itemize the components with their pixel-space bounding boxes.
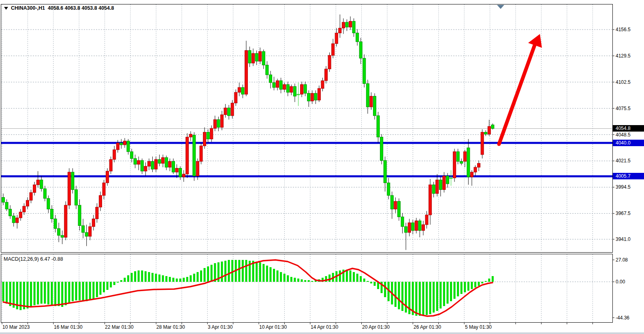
price-axis-label: 4129.5	[616, 53, 642, 59]
time-axis-label: 16 Mar 01:30	[54, 324, 83, 330]
price-axis-label: 3994.5	[616, 184, 642, 190]
macd-axis-label: 27.08	[616, 257, 642, 263]
macd-axis-label: 0.00	[616, 279, 642, 285]
level-price-box: 4005.7	[613, 173, 644, 179]
macd-indicator-label: MACD(12,26,9) 6.47 -0.88	[4, 256, 63, 262]
price-axis-label: 4102.5	[616, 79, 642, 85]
time-axis-label: 10 Mar 2023	[2, 324, 30, 330]
price-axis-label: 4075.5	[616, 106, 642, 111]
symbol-dropdown-icon[interactable]	[4, 7, 8, 10]
chart-title: CHINA300-,H1 4058.6 4063.8 4053.8 4054.8	[4, 5, 114, 11]
time-axis-label: 5 May 01:30	[465, 324, 492, 330]
symbol-period-label: CHINA300-,H1	[11, 5, 45, 11]
time-axis-label: 22 Mar 01:30	[105, 324, 134, 330]
trading-chart-window: CHINA300-,H1 4058.6 4063.8 4053.8 4054.8…	[0, 0, 644, 334]
time-axis-label: 10 Apr 01:30	[259, 324, 287, 330]
level-price-box: 4040.0	[613, 140, 644, 146]
macd-axis-label: -44.36	[616, 315, 642, 321]
ohlc-quote-label: 4058.6 4063.8 4053.8 4054.8	[48, 5, 114, 11]
current-price-box: 4054.8	[613, 125, 644, 132]
price-pane[interactable]	[1, 4, 613, 253]
price-axis-label: 3967.5	[616, 211, 642, 216]
price-axis-label: 3941.0	[616, 236, 642, 242]
window-bottom-edge	[0, 332, 644, 334]
macd-pane[interactable]	[1, 254, 613, 323]
price-axis-label: 4048.5	[616, 132, 642, 138]
time-axis-label: 26 Apr 01:30	[414, 324, 441, 330]
time-axis-label: 20 Apr 01:30	[362, 324, 390, 330]
price-axis-label: 4021.5	[616, 158, 642, 164]
time-axis-label: 14 Apr 01:30	[311, 324, 338, 330]
time-axis-label: 3 Apr 01:30	[208, 324, 232, 330]
chart-shift-marker-icon[interactable]	[497, 5, 504, 9]
price-axis-label: 4156.5	[616, 27, 642, 32]
time-axis-label: 28 Mar 01:30	[156, 324, 185, 330]
